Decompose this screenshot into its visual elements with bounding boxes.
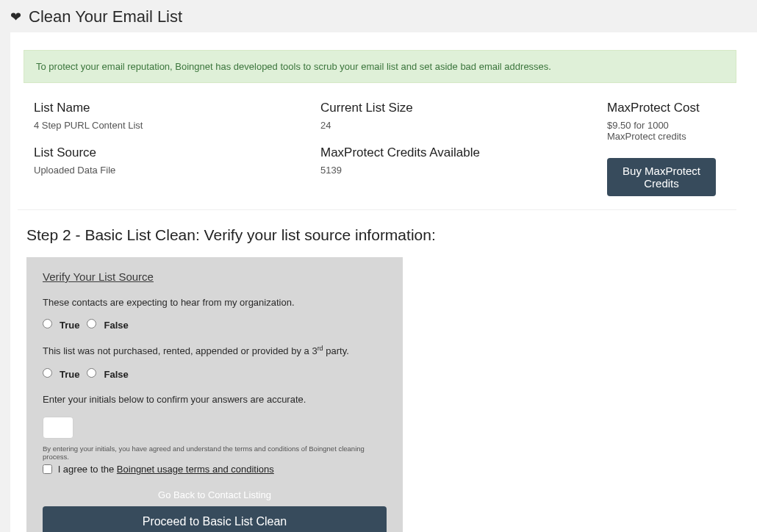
agree-checkbox[interactable] [43, 464, 52, 474]
initials-input[interactable] [43, 417, 73, 439]
q1-true-radio[interactable] [43, 319, 52, 328]
initials-fineprint: By entering your initials, you have agre… [43, 445, 387, 461]
question-2-radios: True False [43, 369, 387, 380]
list-source-item: List Source Uploaded Data File [34, 145, 320, 176]
q2-prefix: This list was not purchased, rented, app… [43, 346, 317, 357]
agree-prefix: I agree to the [58, 464, 117, 475]
q1-false-radio[interactable] [87, 319, 96, 328]
verify-panel-title: Verify Your List Source [43, 270, 387, 283]
q2-true-label: True [60, 369, 79, 380]
q1-true-label: True [60, 320, 79, 331]
cost-value: $9.50 for 1000 MaxProtect credits [607, 120, 716, 142]
credits-value: 5139 [320, 165, 607, 176]
list-source-label: List Source [34, 145, 320, 160]
q2-false-radio[interactable] [87, 368, 96, 378]
step-title: Step 2 - Basic List Clean: Verify your l… [10, 226, 757, 257]
proceed-button[interactable]: Proceed to Basic List Clean [43, 506, 387, 532]
list-name-item: List Name 4 Step PURL Content List [34, 101, 320, 131]
list-source-value: Uploaded Data File [34, 165, 320, 176]
page-title: Clean Your Email List [29, 7, 182, 26]
question-1-text: These contacts are expecting to hear fro… [43, 296, 387, 309]
q1-false-label: False [104, 320, 128, 331]
info-alert: To protect your email reputation, Boingn… [24, 50, 736, 83]
credits-item: MaxProtect Credits Available 5139 [320, 145, 607, 176]
list-name-label: List Name [34, 101, 320, 115]
go-back-link[interactable]: Go Back to Contact Listing [158, 489, 271, 500]
alert-text: To protect your email reputation, Boingn… [36, 61, 551, 72]
cost-label: MaxProtect Cost [607, 101, 716, 115]
summary-grid: List Name 4 Step PURL Content List List … [18, 93, 736, 210]
agree-row: I agree to the Boingnet usage terms and … [43, 464, 387, 475]
current-size-label: Current List Size [320, 101, 607, 115]
verify-panel: Verify Your List Source These contacts a… [26, 257, 403, 532]
current-size-item: Current List Size 24 [320, 101, 607, 131]
list-name-value: 4 Step PURL Content List [34, 120, 320, 131]
current-size-value: 24 [320, 120, 607, 131]
q2-sup: rd [317, 345, 323, 352]
question-1-radios: True False [43, 320, 387, 331]
q2-false-label: False [104, 369, 128, 380]
terms-link[interactable]: Boingnet usage terms and conditions [117, 464, 274, 475]
main-card: To protect your email reputation, Boingn… [10, 32, 757, 532]
q2-true-radio[interactable] [43, 368, 52, 378]
initials-prompt: Enter your initials below to confirm you… [43, 393, 387, 406]
question-2-text: This list was not purchased, rented, app… [43, 344, 387, 359]
heart-icon: ❤ [10, 9, 21, 25]
page-header: ❤ Clean Your Email List [0, 0, 757, 32]
buy-credits-button[interactable]: Buy MaxProtect Credits [607, 158, 716, 196]
q2-suffix: party. [323, 346, 349, 357]
cost-item: MaxProtect Cost $9.50 for 1000 MaxProtec… [607, 101, 716, 142]
credits-label: MaxProtect Credits Available [320, 145, 607, 160]
